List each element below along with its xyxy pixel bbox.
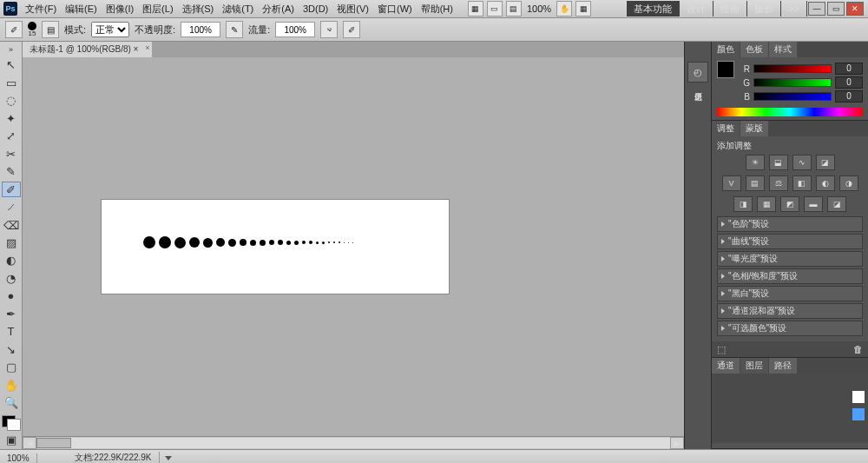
b-value[interactable]: 0	[835, 90, 863, 103]
bw-icon[interactable]: ◧	[792, 175, 812, 191]
background-color[interactable]	[7, 419, 21, 431]
invert-icon[interactable]: ◨	[733, 196, 753, 212]
workspace-painting[interactable]: 绘画	[713, 1, 747, 17]
menu-analysis[interactable]: 分析(A)	[258, 3, 299, 16]
quickmask-icon[interactable]: ▣	[2, 432, 21, 447]
b-slider[interactable]	[753, 92, 832, 101]
eyedropper-tool[interactable]: ✂	[2, 146, 21, 162]
pen-tool[interactable]: ✒	[2, 306, 21, 321]
shape-tool[interactable]: ▢	[2, 360, 21, 375]
tab-paths[interactable]: 路径	[769, 358, 797, 374]
preset-item[interactable]: "色阶"预设	[717, 216, 863, 232]
menu-help[interactable]: 帮助(H)	[417, 3, 457, 16]
r-value[interactable]: 0	[835, 63, 863, 75]
tab-adjustments[interactable]: 调整	[712, 121, 740, 136]
opacity-input[interactable]	[181, 22, 220, 37]
clip-icon[interactable]: ⬚	[717, 344, 726, 355]
r-slider[interactable]	[753, 64, 832, 73]
menu-select[interactable]: 选择(S)	[178, 3, 219, 16]
menu-filter[interactable]: 滤镜(T)	[218, 3, 258, 16]
exposure-icon[interactable]: ◪	[816, 155, 835, 170]
move-tool[interactable]: ↖	[2, 56, 21, 72]
vibrance-icon[interactable]: V	[722, 175, 741, 191]
menu-window[interactable]: 窗口(W)	[373, 3, 417, 16]
trash-icon[interactable]: 🗑	[853, 344, 863, 354]
workspace-essentials[interactable]: 基本功能	[627, 1, 680, 17]
tool-preset-icon[interactable]: ✐	[5, 21, 23, 38]
layer-thumb-2[interactable]	[852, 408, 865, 420]
brightness-icon[interactable]: ☀	[746, 155, 765, 170]
menu-layer[interactable]: 图层(L)	[138, 3, 177, 16]
gradient-tool[interactable]: ◐	[2, 253, 21, 268]
marquee-tool[interactable]: ▭	[2, 75, 21, 90]
color-spectrum[interactable]	[717, 108, 863, 116]
gradient-map-icon[interactable]: ▬	[804, 196, 823, 212]
wand-tool[interactable]: ✦	[2, 110, 21, 126]
grid-icon[interactable]: ▦	[575, 1, 591, 17]
path-tool[interactable]: ↘	[2, 341, 21, 357]
scroll-right-icon[interactable]: ▶	[670, 437, 684, 449]
type-tool[interactable]: T	[2, 324, 21, 340]
collapse-icon[interactable]: »	[2, 44, 21, 55]
menu-file[interactable]: 文件(F)	[21, 3, 61, 16]
zoom-status[interactable]: 100%	[0, 453, 37, 463]
hue-icon[interactable]: ▤	[746, 175, 765, 191]
dodge-tool[interactable]: ●	[2, 288, 21, 304]
workspace-design[interactable]: 设计	[680, 1, 713, 17]
brush-tool[interactable]: ✐	[2, 182, 21, 197]
restore-button[interactable]: ▭	[827, 2, 845, 16]
current-color-swatch[interactable]	[717, 61, 734, 78]
canvas[interactable]	[102, 200, 449, 294]
preset-item[interactable]: "可选颜色"预设	[717, 321, 863, 336]
levels-icon[interactable]: ⬓	[769, 155, 788, 170]
preset-item[interactable]: "黑白"预设	[717, 286, 863, 301]
eraser-tool[interactable]: ▨	[2, 235, 21, 250]
tab-styles[interactable]: 样式	[769, 42, 797, 57]
blur-tool[interactable]: ◔	[2, 270, 21, 286]
blend-mode-select[interactable]: 正常	[91, 22, 129, 37]
preset-item[interactable]: "通道混和器"预设	[717, 303, 863, 319]
history-brush-tool[interactable]: ⌫	[2, 217, 21, 233]
bridge-icon[interactable]: ▦	[468, 1, 483, 17]
stamp-tool[interactable]: ⟋	[2, 199, 21, 215]
photo-filter-icon[interactable]: ◐	[816, 175, 835, 191]
hand-tool[interactable]: ✋	[2, 377, 21, 393]
curves-icon[interactable]: ∿	[792, 155, 812, 170]
close-button[interactable]: ✕	[846, 2, 864, 16]
minimize-button[interactable]: —	[808, 2, 825, 16]
arrange-icon[interactable]: ▤	[506, 1, 522, 17]
tab-swatches[interactable]: 色板	[740, 42, 768, 57]
tab-masks[interactable]: 蒙版	[740, 121, 768, 136]
menu-3d[interactable]: 3D(D)	[299, 3, 332, 14]
hand-icon[interactable]: ✋	[556, 1, 572, 17]
balance-icon[interactable]: ⚖	[769, 175, 788, 191]
g-value[interactable]: 0	[835, 76, 863, 89]
preset-item[interactable]: "曲线"预设	[717, 234, 863, 249]
status-menu-icon[interactable]	[165, 456, 172, 460]
history-panel-icon[interactable]: ◴	[687, 62, 708, 83]
menu-view[interactable]: 视图(V)	[332, 3, 373, 16]
brush-preset[interactable]: 15	[28, 22, 36, 37]
layer-thumb-1[interactable]	[852, 391, 865, 403]
threshold-icon[interactable]: ◩	[780, 196, 799, 212]
tab-color[interactable]: 颜色	[712, 42, 740, 57]
tab-channels[interactable]: 通道	[712, 358, 740, 374]
tab-layers[interactable]: 图层	[740, 358, 768, 374]
document-tab[interactable]: 未标题-1 @ 100%(RGB/8) ××	[23, 42, 152, 57]
selective-icon[interactable]: ◪	[827, 196, 846, 212]
layers-list[interactable]	[712, 374, 868, 443]
airbrush-icon[interactable]: ༄	[320, 21, 338, 38]
workspace-photo[interactable]: 摄影	[747, 1, 781, 17]
scroll-left-icon[interactable]: ◀	[23, 437, 36, 449]
extras-icon[interactable]: ▭	[487, 1, 503, 17]
menu-image[interactable]: 图像(I)	[102, 3, 138, 16]
h-scrollbar[interactable]: ◀ ▶	[23, 436, 684, 449]
zoom-level-top[interactable]: 100%	[523, 3, 555, 14]
doc-size-status[interactable]: 文档:222.9K/222.9K	[68, 452, 160, 463]
lasso-tool[interactable]: ◌	[2, 92, 21, 108]
workspace-more[interactable]: >>	[781, 1, 807, 17]
zoom-tool[interactable]: 🔍	[2, 395, 21, 411]
heal-tool[interactable]: ✎	[2, 163, 21, 179]
menu-edit[interactable]: 编辑(E)	[61, 3, 102, 16]
mixer-icon[interactable]: ◑	[839, 175, 858, 191]
